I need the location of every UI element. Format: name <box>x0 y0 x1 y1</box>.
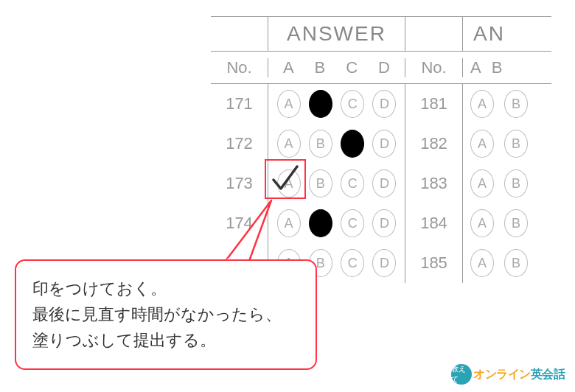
row-number: 185 <box>405 243 463 283</box>
answer-bubble[interactable]: B <box>309 169 332 197</box>
answer-bubble[interactable]: B <box>309 90 332 118</box>
option-header: C <box>346 58 358 77</box>
answer-bubble[interactable]: B <box>504 249 528 277</box>
row-number: 171 <box>211 84 268 124</box>
subheader-2: No. A B <box>405 52 551 84</box>
callout-line: 最後に見直す時間がなかったら、 <box>32 301 299 327</box>
answer-bubble[interactable]: B <box>504 209 528 237</box>
answer-cell: AB <box>463 164 551 203</box>
answer-cell: ABCD <box>268 164 405 203</box>
option-header: A <box>470 58 481 77</box>
site-logo: 教えて オンライン英会話 <box>451 364 565 385</box>
row-number: 183 <box>405 164 463 203</box>
answer-bubble[interactable]: A <box>470 90 494 118</box>
answer-bubble[interactable]: C <box>341 249 364 277</box>
table-row: 171ABCD <box>211 84 405 124</box>
callout-line: 印をつけておく。 <box>32 276 299 301</box>
answer-bubble[interactable]: D <box>372 209 396 237</box>
row-number: 184 <box>405 203 463 243</box>
answer-header-2: AN <box>463 16 551 52</box>
row-number: 174 <box>211 203 268 243</box>
answer-cell: AB <box>463 124 551 164</box>
answer-bubble[interactable]: A <box>470 169 494 197</box>
answer-block-2: AN No. A B 181AB182AB183AB184AB185AB <box>405 16 551 283</box>
row-number: 173 <box>211 164 268 203</box>
row-number: 172 <box>211 124 268 164</box>
answer-cell: ABCD <box>268 124 405 164</box>
logo-text: オンライン英会話 <box>473 367 565 382</box>
option-header: A <box>283 58 294 77</box>
answer-bubble[interactable]: C <box>341 209 364 237</box>
table-row: 174ABCD <box>211 203 405 243</box>
answer-bubble[interactable]: D <box>372 169 396 197</box>
answer-bubble[interactable]: B <box>504 90 528 118</box>
table-row: 181AB <box>405 84 551 124</box>
answer-bubble[interactable]: A <box>277 130 301 158</box>
answer-block-1: ANSWER No. A B C D 171ABCD172ABCD173ABCD… <box>211 16 405 283</box>
answer-bubble[interactable]: B <box>504 169 528 197</box>
answer-bubble[interactable]: A <box>277 169 301 197</box>
answer-bubble[interactable]: B <box>504 130 528 158</box>
answer-bubble[interactable]: A <box>277 209 301 237</box>
option-header: D <box>378 58 390 77</box>
table-row: 173ABCD <box>211 164 405 203</box>
answer-bubble[interactable]: B <box>309 130 332 158</box>
answer-bubble[interactable]: D <box>372 130 396 158</box>
answer-bubble[interactable]: A <box>470 249 494 277</box>
answer-bubble[interactable]: C <box>341 90 364 118</box>
answer-bubble[interactable]: A <box>470 130 494 158</box>
answer-bubble[interactable]: A <box>277 90 301 118</box>
answer-cell: ABCD <box>268 203 405 243</box>
answer-bubble[interactable]: B <box>309 209 332 237</box>
answer-bubble[interactable]: C <box>341 169 364 197</box>
option-header: B <box>492 58 503 77</box>
answer-cell: AB <box>463 84 551 124</box>
instruction-callout: 印をつけておく。 最後に見直す時間がなかったら、 塗りつぶして提出する。 <box>15 259 317 370</box>
subheader: No. A B C D <box>211 52 405 84</box>
answer-cell: ABCD <box>268 84 405 124</box>
table-row: 182AB <box>405 124 551 164</box>
option-header: B <box>315 58 326 77</box>
answer-cell: AB <box>463 203 551 243</box>
logo-badge: 教えて <box>451 364 472 385</box>
no-label: No. <box>211 58 268 77</box>
table-row: 185AB <box>405 243 551 283</box>
no-label-2: No. <box>405 58 463 77</box>
row-number: 181 <box>405 84 463 124</box>
answer-bubble[interactable]: C <box>341 130 364 158</box>
table-row: 184AB <box>405 203 551 243</box>
table-row: 172ABCD <box>211 124 405 164</box>
table-row: 183AB <box>405 164 551 203</box>
answer-bubble[interactable]: D <box>372 90 396 118</box>
answer-cell: AB <box>463 243 551 283</box>
answer-header: ANSWER <box>268 16 405 52</box>
callout-line: 塗りつぶして提出する。 <box>32 327 299 353</box>
row-number: 182 <box>405 124 463 164</box>
answer-bubble[interactable]: D <box>372 249 396 277</box>
answer-sheet: ANSWER No. A B C D 171ABCD172ABCD173ABCD… <box>211 16 551 283</box>
answer-bubble[interactable]: A <box>470 209 494 237</box>
